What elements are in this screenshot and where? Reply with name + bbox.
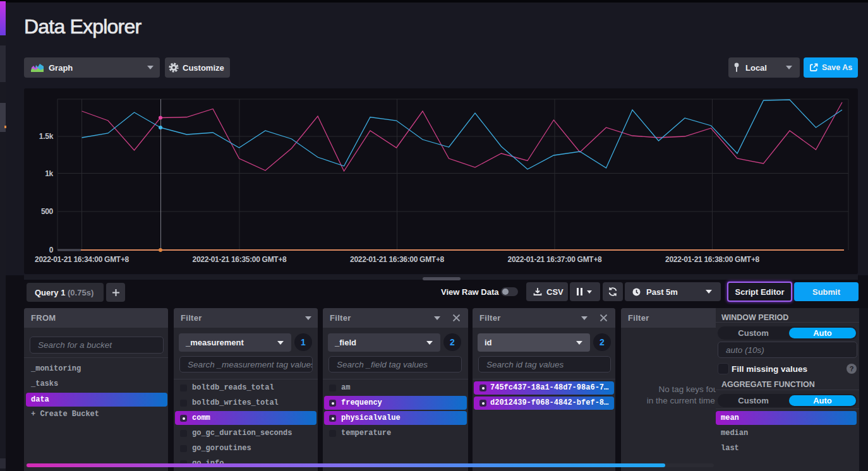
svg-text:2022-01-21 16:37:00 GMT+8: 2022-01-21 16:37:00 GMT+8 (508, 255, 603, 264)
svg-text:2022-01-21 16:34:00 GMT+8: 2022-01-21 16:34:00 GMT+8 (35, 255, 130, 264)
svg-text:1k: 1k (45, 169, 53, 178)
svg-text:2022-01-21 16:38:00 GMT+8: 2022-01-21 16:38:00 GMT+8 (665, 255, 760, 264)
svg-text:1.5k: 1.5k (39, 132, 54, 141)
svg-text:500: 500 (41, 207, 54, 216)
svg-text:0: 0 (49, 246, 54, 254)
svg-text:2022-01-21 16:35:00 GMT+8: 2022-01-21 16:35:00 GMT+8 (193, 255, 287, 264)
svg-text:2022-01-21 16:36:00 GMT+8: 2022-01-21 16:36:00 GMT+8 (350, 255, 445, 264)
